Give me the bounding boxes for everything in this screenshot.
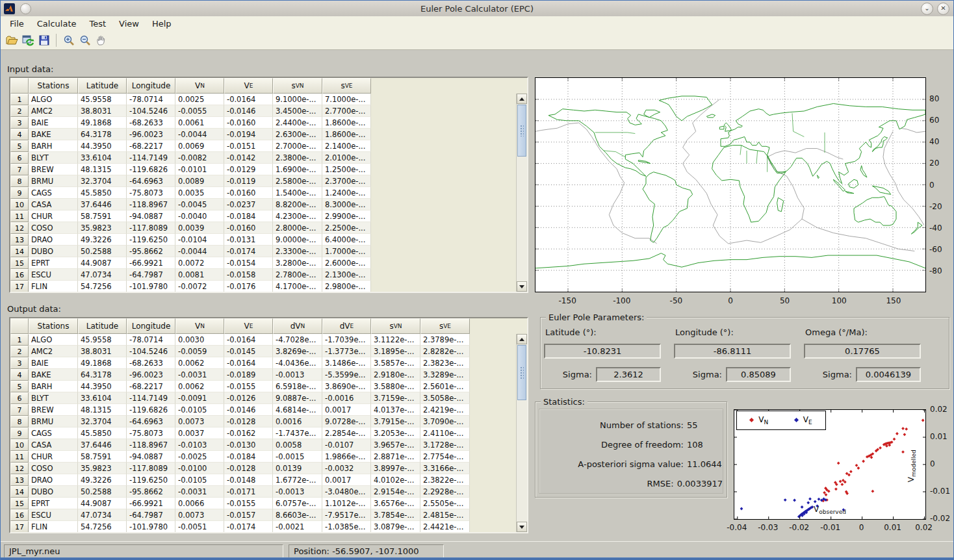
cell[interactable]: -119.6826	[127, 164, 175, 175]
cell[interactable]: 8.6603e-...	[273, 509, 322, 521]
column-header[interactable]: Stations	[29, 318, 78, 334]
cell[interactable]: -0.0155	[224, 381, 273, 392]
cell[interactable]: 54.7256	[78, 281, 127, 292]
cell[interactable]: 2.9900e-...	[322, 210, 371, 222]
cell[interactable]: 2.6300e-...	[273, 129, 322, 140]
cell[interactable]: 9.1000e-...	[273, 94, 322, 105]
cell[interactable]: BAIE	[29, 357, 78, 369]
cell[interactable]: -0.0157	[224, 509, 273, 521]
cell[interactable]: -0.0015	[273, 451, 322, 463]
cell[interactable]: BLYT	[29, 152, 78, 164]
column-header[interactable]: sVE	[322, 78, 371, 94]
cell[interactable]: -0.0101	[175, 164, 224, 175]
cell[interactable]: -0.0100	[175, 463, 224, 474]
open-button[interactable]	[3, 32, 19, 48]
cell[interactable]: EPRT	[29, 257, 78, 269]
cell[interactable]: -119.6250	[127, 474, 175, 486]
cell[interactable]: 3.4500e-...	[273, 105, 322, 117]
cell[interactable]: 47.0734	[78, 509, 127, 521]
column-header[interactable]: Latitude	[78, 318, 127, 334]
cell[interactable]: 58.7591	[78, 451, 127, 463]
cell[interactable]: 45.5850	[78, 427, 127, 439]
cell[interactable]: ALGO	[29, 334, 78, 346]
row-number[interactable]: 11	[10, 210, 29, 222]
pan-button[interactable]	[93, 32, 109, 48]
cell[interactable]: -0.0013	[273, 486, 322, 498]
cell[interactable]: -0.0126	[224, 392, 273, 404]
import-button[interactable]	[19, 32, 36, 48]
cell[interactable]: 48.1315	[78, 404, 127, 416]
cell[interactable]: 33.6104	[78, 392, 127, 404]
row-number[interactable]: 10	[10, 439, 29, 451]
cell[interactable]: 3.6576e-...	[371, 498, 420, 509]
cell[interactable]: 3.7915e-...	[371, 416, 420, 427]
cell[interactable]: 2.2854e-...	[322, 427, 371, 439]
cell[interactable]: 3.5880e-...	[371, 381, 420, 392]
cell[interactable]: -0.0160	[224, 222, 273, 234]
cell[interactable]: -64.7987	[127, 269, 175, 281]
cell[interactable]: -0.0031	[175, 486, 224, 498]
cell[interactable]: 2.4421e-...	[420, 521, 470, 532]
cell[interactable]: 3.7159e-...	[371, 392, 420, 404]
cell[interactable]: 6.4000e-...	[322, 234, 371, 246]
cell[interactable]: 2.7754e-...	[420, 451, 470, 463]
cell[interactable]: -0.0184	[224, 210, 273, 222]
row-number[interactable]: 10	[10, 199, 29, 210]
cell[interactable]: 9.0887e-...	[273, 392, 322, 404]
cell[interactable]: 3.5857e-...	[371, 357, 420, 369]
cell[interactable]: -0.0174	[224, 246, 273, 257]
cell[interactable]: -0.0105	[175, 404, 224, 416]
cell[interactable]: -0.0091	[175, 392, 224, 404]
cell[interactable]: 2.5505e-...	[420, 498, 470, 509]
cell[interactable]: -0.0184	[224, 451, 273, 463]
column-header[interactable]: VN	[175, 318, 224, 334]
cell[interactable]: CAGS	[29, 427, 78, 439]
cell[interactable]: -95.8662	[127, 246, 175, 257]
plot-legend[interactable]: VN VE	[736, 411, 826, 430]
scrollbar-thumb[interactable]	[517, 105, 526, 157]
cell[interactable]: 0.0025	[175, 94, 224, 105]
cell[interactable]: 0.0017	[322, 404, 371, 416]
cell[interactable]: 3.2053e-...	[371, 427, 420, 439]
cell[interactable]: 0.0089	[175, 175, 224, 187]
cell[interactable]: 3.3166e-...	[420, 463, 470, 474]
cell[interactable]: 1.7000e-...	[322, 246, 371, 257]
row-number[interactable]: 8	[10, 416, 29, 427]
row-number[interactable]: 12	[10, 463, 29, 474]
cell[interactable]: -118.8967	[127, 439, 175, 451]
cell[interactable]: 0.0035	[175, 187, 224, 199]
cell[interactable]: 37.6446	[78, 199, 127, 210]
cell[interactable]: -96.0023	[127, 369, 175, 381]
column-header[interactable]: sVN	[273, 78, 322, 94]
cell[interactable]: 2.2928e-...	[420, 486, 470, 498]
cell[interactable]: BARH	[29, 140, 78, 152]
cell[interactable]: -66.9921	[127, 498, 175, 509]
row-number[interactable]: 9	[10, 427, 29, 439]
cell[interactable]: 0.0062	[175, 381, 224, 392]
cell[interactable]: CASA	[29, 199, 78, 210]
cell[interactable]: -7.9517e...	[322, 509, 371, 521]
cell[interactable]: FLIN	[29, 281, 78, 292]
cell[interactable]: 2.7000e-...	[273, 140, 322, 152]
cell[interactable]: 33.6104	[78, 152, 127, 164]
cell[interactable]: 1.5400e-...	[273, 187, 322, 199]
cell[interactable]: -1.7039e...	[322, 334, 371, 346]
cell[interactable]: 3.9657e-...	[371, 439, 420, 451]
cell[interactable]: -1.0385e...	[322, 521, 371, 532]
row-number[interactable]: 3	[10, 357, 29, 369]
cell[interactable]: -0.0151	[224, 140, 273, 152]
cell[interactable]: 54.7256	[78, 521, 127, 532]
scroll-down-icon[interactable]	[517, 281, 527, 292]
cell[interactable]: 1.6772e-...	[273, 474, 322, 486]
sigma-value-field[interactable]: 2.3612	[596, 367, 661, 382]
cell[interactable]: 2.3700e-...	[322, 175, 371, 187]
cell[interactable]: 49.1868	[78, 357, 127, 369]
cell[interactable]: -0.0146	[224, 404, 273, 416]
param-value-field[interactable]: 0.17765	[804, 344, 921, 359]
cell[interactable]: -0.0107	[322, 439, 371, 451]
cell[interactable]: 9.0000e-...	[273, 234, 322, 246]
cell[interactable]: 64.3178	[78, 369, 127, 381]
cell[interactable]: -0.0164	[224, 334, 273, 346]
cell[interactable]: -95.8662	[127, 486, 175, 498]
cell[interactable]: 2.3789e-...	[420, 334, 470, 346]
